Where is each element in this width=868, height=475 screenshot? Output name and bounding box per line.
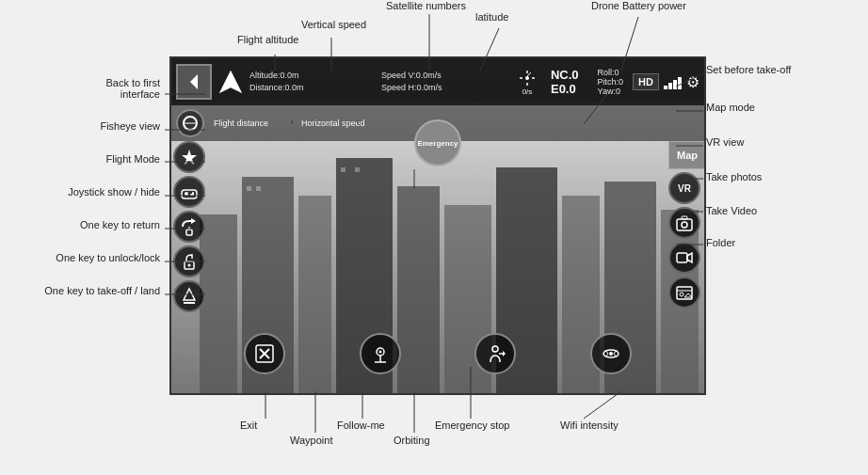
label-one-key-takeoff: One key to take-off / land <box>5 285 160 296</box>
svg-marker-68 <box>687 253 692 262</box>
svg-marker-44 <box>221 72 240 91</box>
takeoff-land-button[interactable] <box>173 280 205 312</box>
settings-icon[interactable]: ⚙ <box>686 73 699 91</box>
take-photo-button[interactable] <box>668 207 700 239</box>
wifi-signal <box>664 74 682 89</box>
label-back-to-first: Back to first interface <box>5 77 160 100</box>
label-orbiting: Orbiting <box>394 435 430 446</box>
svg-point-65 <box>682 222 687 228</box>
svg-marker-57 <box>191 218 196 224</box>
label-vertical-speed: Vertical speed <box>301 19 366 30</box>
joystick-button[interactable] <box>173 176 205 208</box>
label-fisheye-view: Fisheye view <box>5 120 160 132</box>
label-wifi-intensity: Wifi intensity <box>560 420 619 431</box>
one-key-return-button[interactable] <box>173 211 205 243</box>
label-folder: Folder <box>706 237 735 248</box>
svg-rect-66 <box>682 216 687 219</box>
label-waypoint: Waypoint <box>290 435 332 446</box>
label-joystick-show-hide: Joystick show / hide <box>5 186 160 198</box>
label-drone-battery: Drone Battery power <box>591 0 686 11</box>
svg-line-23 <box>584 391 621 419</box>
svg-point-77 <box>378 351 381 354</box>
label-vr-view: VR view <box>706 136 744 148</box>
label-one-key-unlock: One key to unlock/lock <box>5 252 160 263</box>
unlock-lock-button[interactable] <box>173 245 205 277</box>
label-flight-altitude: Flight altitude <box>237 34 298 45</box>
map-button[interactable]: Map <box>668 141 706 169</box>
gyro-data: Roll:0 Pitch:0 Yaw:0 <box>598 68 624 96</box>
wifi-bar-3 <box>673 80 677 89</box>
svg-point-86 <box>609 352 613 356</box>
hud-top-bar: Altitude:0.0m Distance:0.0m Speed V:0.0m… <box>171 58 704 105</box>
label-exit: Exit <box>240 420 257 431</box>
svg-rect-64 <box>677 219 692 230</box>
horizontal-speed-label: Horizontal speed <box>273 119 365 128</box>
take-video-button[interactable] <box>668 242 700 274</box>
hd-badge: HD <box>633 73 659 90</box>
label-follow-me: Follow-me <box>337 420 385 431</box>
svg-point-61 <box>188 264 191 267</box>
vr-button[interactable]: VR <box>668 172 700 204</box>
svg-marker-72 <box>684 293 692 297</box>
flight-distance-label: Flight distance <box>209 119 268 128</box>
label-emergency-stop: Emergency stop <box>435 420 509 431</box>
svg-point-54 <box>185 192 188 196</box>
label-map-mode: Map mode <box>706 102 755 113</box>
label-flight-mode: Flight Mode <box>5 153 160 165</box>
svg-rect-58 <box>186 230 192 235</box>
svg-rect-39 <box>247 186 251 191</box>
svg-point-71 <box>680 293 683 296</box>
gps-coords: NC.0 E0.0 <box>551 68 579 96</box>
label-one-key-return: One key to return <box>5 219 160 230</box>
bottom-controls <box>207 333 668 374</box>
exit-button[interactable] <box>244 333 285 374</box>
wifi-bar-2 <box>668 83 672 89</box>
wifi-bar-4 <box>678 77 682 89</box>
flight-data: Altitude:0.0m Distance:0.0m <box>249 70 381 93</box>
orbiting-button[interactable] <box>590 333 632 374</box>
right-sidebar: Map VR <box>668 141 704 309</box>
emergency-button[interactable]: Emergency <box>414 119 461 166</box>
flight-mode-button[interactable] <box>173 141 205 173</box>
svg-rect-40 <box>256 186 261 191</box>
label-latitude: latitude <box>475 11 508 23</box>
follow-me-button[interactable] <box>474 333 516 374</box>
folder-button[interactable] <box>668 277 700 309</box>
wifi-bar-1 <box>664 86 667 89</box>
svg-marker-80 <box>503 351 506 356</box>
satellite-icon <box>518 69 537 87</box>
nav-icon <box>217 64 245 100</box>
fisheye-button[interactable] <box>176 109 204 137</box>
svg-point-78 <box>492 346 498 352</box>
label-take-photos: Take photos <box>706 171 762 182</box>
svg-rect-67 <box>677 253 687 262</box>
back-button[interactable] <box>176 64 212 100</box>
waypoint-button[interactable] <box>360 333 401 374</box>
label-satellite-numbers: Satellite numbers <box>386 0 466 11</box>
hud-right-controls: HD ⚙ <box>633 73 699 91</box>
svg-marker-62 <box>184 289 195 300</box>
svg-rect-56 <box>190 194 194 196</box>
svg-rect-41 <box>341 167 346 172</box>
speed-data: Speed V:0.0m/s Speed H:0.0m/s <box>381 70 513 93</box>
svg-rect-42 <box>355 167 360 172</box>
label-set-before-takeoff: Set before take-off <box>706 64 791 75</box>
drone-screen: Altitude:0.0m Distance:0.0m Speed V:0.0m… <box>169 56 706 395</box>
left-sidebar <box>171 141 207 312</box>
svg-marker-43 <box>190 74 198 89</box>
label-take-video: Take Video <box>706 205 757 216</box>
svg-point-45 <box>525 76 529 80</box>
svg-rect-53 <box>182 190 197 198</box>
